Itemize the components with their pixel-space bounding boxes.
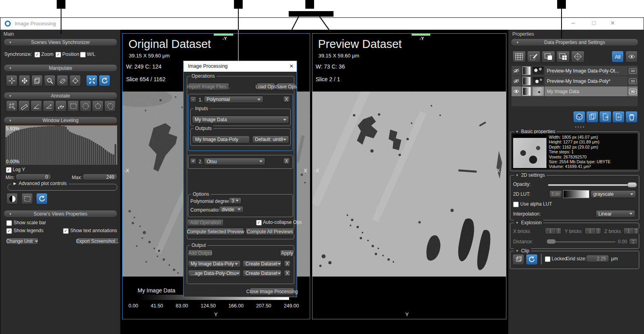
export-dataset-button[interactable] xyxy=(599,111,611,123)
dataset-row[interactable]: Preview-My Image Data-Poly-Ot... 3D xyxy=(512,66,638,76)
colormap-thumbnail[interactable] xyxy=(521,76,532,86)
show-text-annotations-checkbox[interactable]: ✓ xyxy=(63,228,69,234)
angle2-annotation-button[interactable] xyxy=(43,100,54,112)
compensation-dropdown[interactable]: divide xyxy=(219,206,243,213)
interpolation-dropdown[interactable]: Linear xyxy=(596,210,635,218)
spinner-arrows-icon[interactable]: ▲▼ xyxy=(629,239,637,244)
polynomial-degree-dropdown[interactable]: 3 xyxy=(229,197,242,204)
dataset-thumbnail[interactable] xyxy=(532,86,544,96)
distance-slider-track[interactable] xyxy=(547,241,615,242)
freehand-annotation-button[interactable] xyxy=(104,100,116,112)
locked-checkbox[interactable] xyxy=(545,256,550,262)
clip-box-button[interactable] xyxy=(512,254,524,265)
rectangle-annotation-button[interactable] xyxy=(67,100,79,112)
dataset-thumbnail[interactable] xyxy=(532,76,544,86)
image-processing-dialog[interactable]: Image Processing ✕ Operations Import Ima… xyxy=(183,61,297,297)
convert-dataset-button[interactable] xyxy=(573,111,585,123)
delete-dataset-button[interactable] xyxy=(625,111,638,123)
add-output-button[interactable]: Add Output xyxy=(188,250,213,257)
reset-leveling-button[interactable] xyxy=(36,193,48,204)
circle-annotation-button[interactable] xyxy=(80,100,91,112)
panel-drag-dots[interactable]: •••• xyxy=(575,125,585,129)
operation-2-expand-button[interactable]: + xyxy=(190,158,196,164)
input-dataset-dropdown[interactable]: My Image Data xyxy=(192,116,289,124)
dialog-title-bar[interactable]: Image Processing ✕ xyxy=(184,61,297,72)
multi-viewer-button[interactable] xyxy=(556,51,570,63)
opacity-slider-track[interactable] xyxy=(548,184,636,186)
maximize-button[interactable]: □ xyxy=(592,19,596,26)
show-legends-checkbox[interactable]: ✓ xyxy=(6,228,12,234)
close-image-processing-button[interactable]: Close Image Processing xyxy=(250,288,294,295)
output-row-1-action-dropdown[interactable]: Create Dataset xyxy=(243,260,282,267)
output-row-1-dataset-dropdown[interactable]: My Image Data-Poly xyxy=(188,260,241,267)
dataset-name[interactable]: Preview-My Image Data-Poly* xyxy=(544,76,628,86)
spinner-arrows-icon[interactable]: ▲▼ xyxy=(595,228,601,234)
output-type-dropdown[interactable]: Default: uint8 xyxy=(252,136,289,143)
distance-slider-handle[interactable] xyxy=(547,239,556,244)
angle-annotation-button[interactable] xyxy=(31,100,42,112)
region-select-button[interactable] xyxy=(21,193,33,204)
sync-position-checkbox[interactable]: ✓ xyxy=(56,52,61,57)
polygon-annotation-button[interactable] xyxy=(92,100,104,112)
add-operation-button[interactable]: Add Operation xyxy=(187,219,224,226)
window-leveling-header[interactable]: ▼ Window Leveling xyxy=(4,116,117,124)
crosshair-tool-button[interactable] xyxy=(6,75,17,86)
dataset-row-selected[interactable]: My Image Data 3D xyxy=(512,86,638,96)
operation-1-type-dropdown[interactable]: Polynomial xyxy=(204,96,263,103)
spinner-arrows-icon[interactable]: ▲▼ xyxy=(556,228,561,234)
data-properties-header[interactable]: ▼ Data Properties and Settings xyxy=(511,38,638,46)
visibility-toggle-button[interactable] xyxy=(625,51,638,63)
lut-dropdown[interactable]: grayscale xyxy=(590,190,636,198)
geometry-button[interactable] xyxy=(571,51,585,63)
load-ops-button[interactable]: Load Ops xyxy=(257,83,275,90)
output-name-field[interactable]: My Image Data-Poly xyxy=(192,136,250,143)
y-bricks-spinner[interactable]: 1▲▼ xyxy=(585,227,601,235)
sync-wl-checkbox[interactable] xyxy=(80,52,86,57)
output-row-2-remove-button[interactable]: X xyxy=(284,270,291,277)
colormap-thumbnail[interactable] xyxy=(521,66,532,76)
slice-stack-button[interactable] xyxy=(31,75,43,86)
log-y-checkbox[interactable]: ✓ xyxy=(6,167,12,173)
colormap-thumbnail[interactable] xyxy=(521,86,532,96)
2d-settings-label[interactable]: ▼ 2D settings xyxy=(514,172,546,178)
auto-collapse-checkbox[interactable]: ✓ xyxy=(256,220,262,225)
duplicate-dataset-button[interactable] xyxy=(586,111,598,123)
visibility-off-icon[interactable] xyxy=(512,66,521,76)
dataset-row[interactable]: Preview-My Image Data-Poly* 3D xyxy=(512,76,638,86)
edit-lut-button[interactable]: Edit xyxy=(549,190,562,198)
output-row-2-action-dropdown[interactable]: Create Dataset xyxy=(243,270,282,277)
zoom-tool-button[interactable] xyxy=(44,75,56,86)
close-button[interactable]: ✕ xyxy=(610,20,615,26)
invert-contrast-button[interactable] xyxy=(6,193,18,204)
reset-view-button[interactable] xyxy=(99,75,110,86)
oblique-slice-button[interactable] xyxy=(57,75,68,86)
output-row-1-remove-button[interactable]: X xyxy=(284,260,291,267)
opacity-slider-handle[interactable] xyxy=(627,182,637,187)
scene-views-properties-header[interactable]: ▼ Scene's Views Properties xyxy=(4,210,117,218)
operation-1-collapse-button[interactable]: - xyxy=(190,96,196,103)
output-row-2-dataset-dropdown[interactable]: ...age Data-Poly-Otsu xyxy=(188,270,241,277)
dialog-close-icon[interactable]: ✕ xyxy=(289,63,293,69)
ruler-annotation-button[interactable] xyxy=(18,100,30,112)
pan-tool-button[interactable] xyxy=(19,75,30,86)
preview-micrograph-image[interactable] xyxy=(312,92,506,277)
dataset-thumbnail[interactable] xyxy=(532,66,544,76)
target-tool-button[interactable] xyxy=(69,75,81,86)
measure-edit-button[interactable] xyxy=(527,51,540,63)
x-bricks-spinner[interactable]: 1▲▼ xyxy=(545,227,562,235)
apply-button[interactable]: Apply xyxy=(280,250,294,257)
max-value-field[interactable]: 249 xyxy=(82,174,117,180)
single-viewer-button[interactable] xyxy=(542,51,555,63)
manipulate-header[interactable]: ▼ Manipulate xyxy=(4,64,117,72)
spinner-arrows-icon[interactable]: ▲▼ xyxy=(633,228,639,234)
minimize-button[interactable]: – xyxy=(571,19,575,27)
annotate-header[interactable]: ▼ Annotate xyxy=(4,92,117,99)
histogram-plot[interactable] xyxy=(5,125,117,165)
point-annotation-button[interactable] xyxy=(6,100,17,112)
use-alpha-lut-checkbox[interactable] xyxy=(513,202,519,207)
dataset-name[interactable]: Preview-My Image Data-Poly-Ot... xyxy=(544,66,628,76)
show-scale-bar-checkbox[interactable] xyxy=(6,220,12,226)
operation-1-remove-button[interactable]: X xyxy=(283,96,290,103)
operation-2-remove-button[interactable]: X xyxy=(283,158,290,164)
clip-reset-button[interactable] xyxy=(526,254,538,265)
